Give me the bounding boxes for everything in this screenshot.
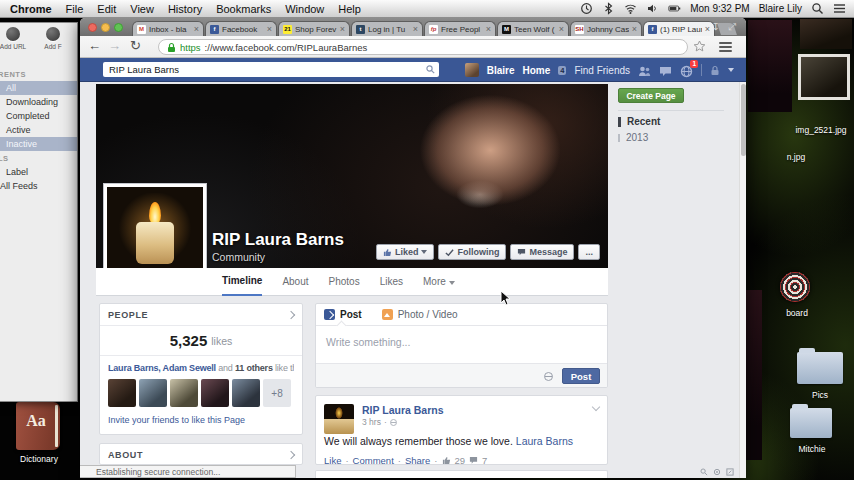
timeline-nav-2013[interactable]: 2013	[618, 132, 648, 143]
post-author-avatar[interactable]	[324, 404, 354, 434]
tagged-person-link[interactable]: Laura Barns	[516, 435, 573, 447]
torrent-filter-active[interactable]: Active	[0, 123, 77, 137]
avatar[interactable]	[465, 63, 479, 77]
chat-settings-icon[interactable]	[713, 468, 721, 476]
like-count[interactable]: 29	[455, 455, 466, 466]
nav-profile-link[interactable]: Blaire	[487, 65, 515, 76]
others-link[interactable]: 11 others	[235, 363, 273, 373]
menu-bookmarks[interactable]: Bookmarks	[216, 3, 271, 15]
post-author-link[interactable]: RIP Laura Barns	[362, 404, 444, 416]
torrent-add-url-button[interactable]: Add URL	[0, 27, 28, 61]
menubar-clock[interactable]: Mon 9:32 PM	[690, 3, 749, 14]
desktop-photo[interactable]	[798, 54, 850, 100]
forward-button[interactable]: →	[108, 38, 121, 53]
torrent-filter-all[interactable]: All	[0, 81, 77, 95]
nav-find-friends-link[interactable]: Find Friends	[574, 65, 630, 76]
avatar[interactable]	[201, 379, 229, 407]
browser-tab-teenwolf[interactable]: M Teen Wolf ( ×	[497, 21, 569, 36]
menu-view[interactable]: View	[130, 3, 154, 15]
torrent-filter-downloading[interactable]: Downloading	[0, 95, 77, 109]
desktop-file-label[interactable]: img_2521.jpg	[788, 125, 854, 135]
menu-edit[interactable]: Edit	[97, 3, 116, 15]
scrollbar-thumb[interactable]	[741, 84, 746, 156]
chevron-down-icon[interactable]	[728, 68, 734, 72]
browser-tab-freepeople[interactable]: fp Free Peopl ×	[424, 21, 496, 36]
tab-about[interactable]: About	[282, 276, 308, 287]
more-actions-button[interactable]: ...	[578, 244, 600, 260]
timeline-nav-recent[interactable]: Recent	[618, 116, 660, 127]
liked-button[interactable]: Liked	[376, 244, 435, 260]
tab-close-icon[interactable]: ×	[486, 25, 491, 34]
menubar-user[interactable]: Blaire Lily	[759, 3, 802, 14]
chat-search-icon[interactable]	[700, 468, 708, 476]
folder-mitchie-icon[interactable]	[790, 408, 832, 438]
browser-tab-gmail[interactable]: M Inbox - bla ×	[132, 21, 204, 36]
maximize-window-button[interactable]	[114, 23, 123, 32]
tab-close-icon[interactable]: ×	[267, 25, 272, 34]
wifi-icon[interactable]	[624, 2, 637, 15]
notification-center-icon[interactable]	[833, 2, 846, 15]
torrent-filter-completed[interactable]: Completed	[0, 109, 77, 123]
dictionary-icon[interactable]: Aa	[16, 402, 60, 450]
minimize-window-button[interactable]	[101, 23, 110, 32]
reload-button[interactable]: ↻	[130, 38, 141, 53]
post-submit-button[interactable]: Post	[562, 368, 600, 384]
time-machine-icon[interactable]	[580, 2, 593, 15]
browser-tab-tumblr[interactable]: t Log in | Tu ×	[351, 21, 423, 36]
bluetooth-icon[interactable]	[602, 2, 615, 15]
torrent-filter-inactive[interactable]: Inactive	[0, 137, 77, 151]
browser-tab-johnnycash[interactable]: SH Johnny Cas ×	[570, 21, 642, 36]
browser-tab-facebook[interactable]: f Facebook ×	[205, 21, 277, 36]
tab-close-icon[interactable]: ×	[340, 25, 345, 34]
desktop-file-label[interactable]: n.jpg	[776, 152, 816, 162]
torrent-add-file-button[interactable]: Add F	[38, 27, 68, 61]
about-header[interactable]: ABOUT	[100, 444, 302, 466]
profile-picture[interactable]	[103, 183, 207, 272]
avatar[interactable]	[232, 379, 260, 407]
facebook-search-input[interactable]: RIP Laura Barns	[103, 62, 439, 77]
torrent-filter-label[interactable]: Label	[0, 165, 77, 179]
create-page-button[interactable]: Create Page	[618, 88, 684, 103]
menu-window[interactable]: Window	[285, 3, 324, 15]
browser-tab-forever21[interactable]: 21 Shop Forev ×	[278, 21, 350, 36]
browser-menu-icon[interactable]	[719, 42, 732, 54]
chat-popout-icon[interactable]	[726, 468, 734, 476]
tab-more[interactable]: More	[423, 276, 455, 287]
like-link[interactable]: Like	[324, 455, 341, 466]
privacy-globe-icon[interactable]	[544, 372, 553, 381]
notifications-globe-icon[interactable]: 1	[680, 64, 693, 77]
share-link[interactable]: Share	[405, 455, 430, 466]
menu-history[interactable]: History	[168, 3, 202, 15]
message-button[interactable]: Message	[510, 244, 574, 260]
composer-tab-photo-video[interactable]: Photo / Video	[398, 309, 458, 320]
tab-close-icon[interactable]: ×	[559, 25, 564, 34]
desktop-photo[interactable]	[748, 20, 792, 112]
tab-close-icon[interactable]: ×	[705, 25, 710, 34]
privacy-lock-icon[interactable]	[710, 65, 720, 76]
following-button[interactable]: Following	[438, 244, 506, 260]
back-button[interactable]: ←	[88, 38, 101, 53]
nav-home-link[interactable]: Home	[522, 65, 550, 76]
tab-timeline[interactable]: Timeline	[222, 268, 262, 296]
download-icon[interactable]: ↧	[712, 21, 720, 33]
spotlight-search-icon[interactable]	[811, 2, 824, 15]
composer-tab-post[interactable]: Post	[340, 309, 362, 320]
people-header[interactable]: PEOPLE	[100, 304, 302, 326]
invite-friends-link[interactable]: Invite your friends to like this Page	[108, 415, 294, 425]
comment-count[interactable]: 7	[482, 455, 487, 466]
post-timestamp[interactable]: 3 hrs	[362, 417, 381, 427]
avatar[interactable]	[139, 379, 167, 407]
dartboard-icon[interactable]	[780, 272, 810, 302]
tab-close-icon[interactable]: ×	[632, 25, 637, 34]
composer-input[interactable]: Write something...	[316, 326, 607, 358]
avatar[interactable]	[170, 379, 198, 407]
address-bar[interactable]: https://www.facebook.com/RIPLauraBarnes	[158, 39, 688, 55]
volume-icon[interactable]	[646, 2, 659, 15]
avatar[interactable]	[108, 379, 136, 407]
battery-icon[interactable]	[668, 2, 681, 15]
tab-photos[interactable]: Photos	[329, 276, 360, 287]
resize-icon[interactable]: ⤢	[728, 21, 736, 33]
tab-close-icon[interactable]: ×	[413, 25, 418, 34]
liker-names-link[interactable]: Laura Barns, Adam Sewell	[108, 363, 216, 373]
messages-icon[interactable]	[659, 64, 672, 77]
